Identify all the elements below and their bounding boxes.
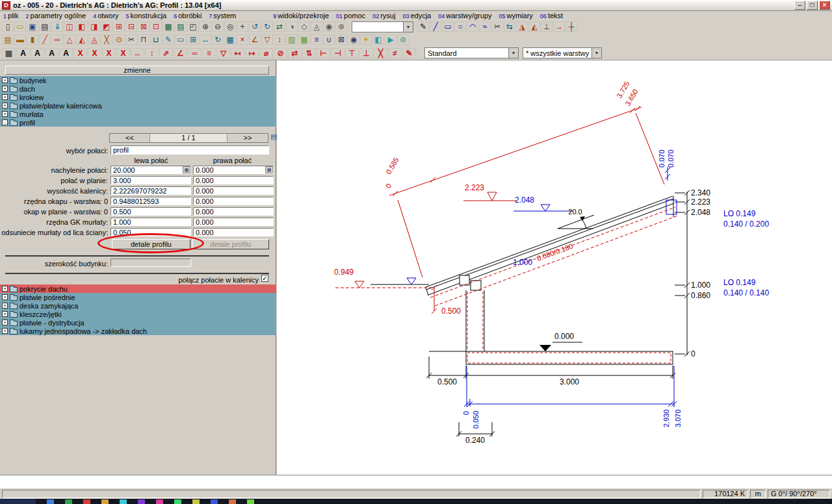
dim-chain-icon[interactable]: ═	[188, 48, 202, 58]
dim-stack-icon[interactable]: ⇅	[302, 48, 316, 58]
chevron-down-icon[interactable]: ▼	[592, 48, 601, 58]
lock-tool-icon[interactable]: ⊠	[335, 34, 347, 45]
menu-item[interactable]: 2 parametry ogólne	[26, 12, 86, 19]
height-tool-icon[interactable]: ↕	[274, 34, 285, 45]
roof-side-select-input[interactable]: profil	[110, 145, 269, 155]
screen-left-icon[interactable]: ◧	[76, 21, 88, 32]
taskbar-app-icon[interactable]	[192, 499, 200, 504]
pan-icon[interactable]: +	[237, 21, 248, 32]
mirror-icon[interactable]: ⇆	[504, 21, 515, 32]
cut-tool-icon[interactable]: ✂	[125, 34, 137, 45]
minimize-button[interactable]: –	[794, 1, 805, 10]
delete-dim-x2-icon[interactable]: X	[88, 48, 101, 58]
menu-item[interactable]: 9 widoki/przekroje	[273, 12, 329, 19]
dim-horizontal-icon[interactable]: ↔	[131, 48, 144, 58]
field-input-right[interactable]: 0.000 ▦	[193, 186, 274, 195]
menu-item[interactable]: 06 tekst	[540, 12, 563, 19]
dim-diameter-icon[interactable]: ⊘	[274, 48, 287, 58]
visibility-tool-icon[interactable]: ◉	[348, 34, 359, 45]
settings-icon[interactable]: ⊛	[335, 21, 347, 32]
sun-tool-icon[interactable]: ☀	[360, 34, 372, 45]
column-tool-icon[interactable]: ▮	[27, 34, 38, 45]
field-input-right[interactable]: 0.000 ▦	[193, 228, 274, 236]
save-icon[interactable]: ▣	[27, 21, 38, 32]
start-button[interactable]	[0, 499, 36, 504]
expand-icon[interactable]: +	[2, 320, 8, 325]
expand-icon[interactable]: +	[2, 77, 8, 83]
render-tool-icon[interactable]: ◧	[372, 34, 384, 45]
menu-item[interactable]: 03 edycja	[402, 12, 431, 19]
screen-top-icon[interactable]: ◩	[101, 21, 112, 32]
dim-right-icon[interactable]: ⊣	[331, 48, 344, 58]
dim-bottom-icon[interactable]: ⊥	[359, 48, 373, 58]
field-input-left[interactable]: 20.000 ▦	[110, 166, 191, 174]
font-italic-icon[interactable]: A	[45, 48, 58, 58]
expand-icon[interactable]: +	[2, 94, 8, 100]
field-input-right[interactable]: 0.000 ▦	[193, 218, 274, 226]
dim-arrow-left-icon[interactable]: ↤	[231, 48, 244, 58]
tree-item[interactable]: + murłata	[0, 110, 276, 118]
arc-icon[interactable]: ◠	[467, 21, 478, 32]
refresh-icon[interactable]: ⇄	[274, 21, 285, 32]
beam-tool-icon[interactable]: ▬	[14, 34, 26, 45]
menu-item[interactable]: 05 wymiary	[499, 12, 533, 19]
next-view-icon[interactable]: ↻	[261, 21, 273, 32]
profile-details-button[interactable]: detale profilu	[112, 239, 190, 249]
field-input-left[interactable]: 2.222697079232 ▦	[110, 186, 191, 195]
roof-tool-icon[interactable]: △	[64, 34, 75, 45]
axis-icon[interactable]: ⊥	[541, 21, 552, 32]
font-bold-icon[interactable]: A	[31, 48, 44, 58]
line-icon[interactable]: ╱	[430, 21, 441, 32]
dim-vertical-icon[interactable]: ↕	[145, 48, 159, 58]
dim-diff-icon[interactable]: ≠	[388, 48, 402, 58]
prism-icon[interactable]: ◭	[528, 21, 540, 32]
field-input-right[interactable]: 0.000 ▦	[193, 197, 274, 205]
delete-tool-icon[interactable]: ×	[237, 34, 248, 45]
field-input-left[interactable]: 1.000 ▦	[110, 218, 191, 226]
drill-tool-icon[interactable]: ⊙	[113, 34, 125, 45]
notch-tool-icon[interactable]: ⊓	[138, 34, 150, 45]
pencil-icon[interactable]: ✎	[417, 21, 429, 32]
dim-cross-icon[interactable]: ╳	[374, 48, 387, 58]
polyline-icon[interactable]: ≈	[479, 21, 491, 32]
tenon-tool-icon[interactable]: ⊔	[150, 34, 162, 45]
zoom-in-icon[interactable]: ⊕	[200, 21, 211, 32]
pager-next-button[interactable]: >>	[228, 134, 268, 142]
plan-view-icon[interactable]: ⊡	[150, 21, 162, 32]
zoom-window-icon[interactable]: ◰	[187, 21, 199, 32]
taskbar-app-icon[interactable]	[156, 499, 163, 504]
shade-icon[interactable]: ◑	[286, 21, 298, 32]
dim-baseline-icon[interactable]: ≡	[202, 48, 216, 58]
tree-item[interactable]: + krokiew	[0, 93, 276, 101]
expand-icon[interactable]: +	[2, 294, 8, 300]
quick-select-combo[interactable]: ▼	[352, 21, 413, 32]
font-small-icon[interactable]: A	[59, 48, 73, 58]
expand-icon[interactable]: +	[2, 328, 8, 334]
previous-view-icon[interactable]: ↺	[249, 21, 261, 32]
menu-item[interactable]: 1 plik	[3, 12, 19, 19]
dim-swap-icon[interactable]: ⇄	[288, 48, 302, 58]
perspective-icon[interactable]: ◬	[311, 21, 322, 32]
info-tool-icon[interactable]: ⊚	[397, 34, 409, 45]
drawing-area[interactable]: 2.340 2.223 2.048 1.000 0.860 0 0.000 0.…	[277, 60, 832, 475]
font-normal-icon[interactable]: A	[16, 48, 30, 58]
dim-radius-icon[interactable]: ⌀	[259, 48, 273, 58]
taskbar-app-icon[interactable]	[65, 499, 72, 504]
menu-item[interactable]: 5 konstrukcja	[126, 12, 167, 19]
dim-aligned-icon[interactable]: ⇗	[159, 48, 173, 58]
tree-item[interactable]: + kleszcze/jętki	[0, 310, 276, 318]
label-tool-icon[interactable]: ▭	[175, 34, 187, 45]
expand-icon[interactable]: +	[2, 303, 8, 309]
tree-item[interactable]: + budynek	[0, 76, 276, 84]
delete-dim-x3-icon[interactable]: X	[102, 48, 116, 58]
maximize-button[interactable]: □	[807, 1, 818, 10]
dim-angle-icon[interactable]: ∠	[174, 48, 187, 58]
circle-icon[interactable]: ○	[454, 21, 466, 32]
tree-item[interactable]: + płatwie - dystrybucja	[0, 318, 276, 327]
layers-tool-icon[interactable]: ≡	[311, 34, 322, 45]
rotate-tool-icon[interactable]: ↻	[212, 34, 224, 45]
taskbar-app-icon[interactable]	[138, 499, 145, 504]
texture-tool-icon[interactable]: ▩	[298, 34, 310, 45]
expand-icon[interactable]: +	[2, 86, 8, 92]
marking-tool-icon[interactable]: ✎	[162, 34, 174, 45]
